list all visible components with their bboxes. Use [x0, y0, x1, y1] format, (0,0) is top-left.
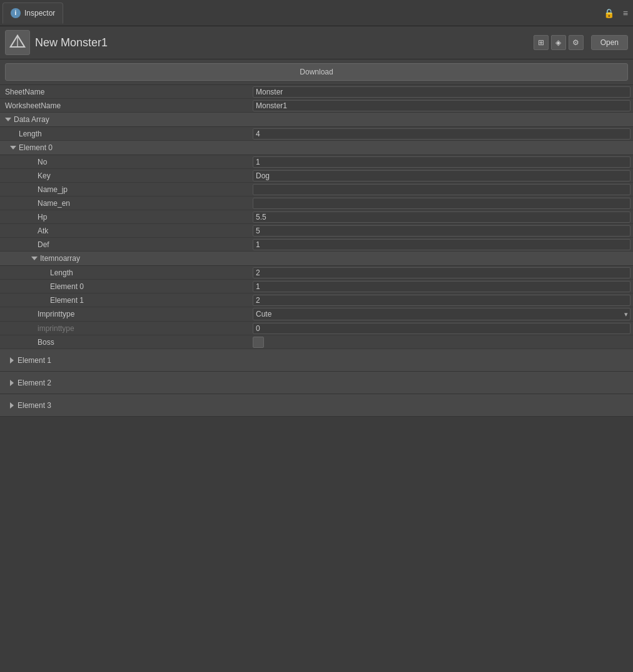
open-button[interactable]: Open: [591, 35, 628, 50]
data-array-triangle: [5, 118, 11, 121]
header-area: New Monster1 ⊞ ◈ ⚙ Open: [0, 26, 633, 59]
length-input[interactable]: [253, 128, 630, 140]
length-row: Length: [0, 127, 633, 141]
itemnoarray-header[interactable]: Itemnoarray: [0, 252, 633, 266]
element-1-section[interactable]: Element 1: [0, 349, 633, 372]
menu-icon[interactable]: ≡: [620, 7, 630, 19]
info-icon: i: [11, 8, 21, 18]
atk-value: [250, 225, 633, 237]
boss-value: [250, 336, 633, 349]
download-section: Download: [0, 59, 633, 85]
key-value: [250, 170, 633, 182]
sheet-name-input[interactable]: [253, 86, 630, 98]
hp-row: Hp: [0, 210, 633, 224]
name-en-value: [250, 197, 633, 210]
hp-label: Hp: [0, 211, 250, 223]
name-jp-row: Name_jp: [0, 183, 633, 196]
def-value: [250, 238, 633, 251]
name-jp-label: Name_jp: [0, 184, 250, 195]
name-en-label: Name_en: [0, 198, 250, 209]
itemno-elem1-label: Element 1: [0, 295, 250, 306]
select-icon[interactable]: ◈: [551, 35, 566, 50]
element-2-triangle: [10, 380, 14, 386]
imprinttype-value: Cute Cool Smart: [250, 307, 633, 321]
no-value: [250, 156, 633, 168]
prefab-icon[interactable]: ⊞: [534, 35, 549, 50]
itemno-elem1-value: [250, 294, 633, 307]
imprinttype-row: Imprinttype Cute Cool Smart: [0, 307, 633, 322]
element-2-label: Element 2: [18, 379, 51, 387]
element-1-label: Element 1: [18, 356, 51, 365]
atk-row: Atk: [0, 224, 633, 238]
length-value: [250, 128, 633, 140]
itemno-elem0-value: [250, 280, 633, 293]
name-jp-value: [250, 183, 633, 196]
itemno-length-row: Length: [0, 266, 633, 280]
main-content: Download SheetName WorksheetName Data Ar…: [0, 59, 633, 417]
element-2-section[interactable]: Element 2: [0, 372, 633, 394]
def-row: Def: [0, 238, 633, 252]
element-1-triangle: [10, 357, 14, 364]
worksheet-name-row: WorksheetName: [0, 99, 633, 113]
no-row: No: [0, 155, 633, 169]
data-array-label: Data Array: [14, 115, 49, 124]
tab-bar-right: 🔒 ≡: [601, 7, 630, 19]
hp-input[interactable]: [253, 211, 630, 223]
asset-icon: [5, 30, 30, 55]
def-label: Def: [0, 239, 250, 250]
imprinttype-select[interactable]: Cute Cool Smart: [253, 308, 630, 320]
itemno-elem1-row: Element 1: [0, 293, 633, 307]
boss-checkbox[interactable]: [253, 337, 264, 348]
itemno-elem0-input[interactable]: [253, 281, 630, 292]
sheet-name-value: [250, 86, 633, 98]
itemnoarray-triangle: [31, 257, 38, 260]
key-label: Key: [0, 170, 250, 181]
element-0-triangle: [10, 146, 16, 150]
download-button[interactable]: Download: [5, 63, 628, 81]
element-0-header[interactable]: Element 0: [0, 141, 633, 155]
imprinttype-lower-label: imprinttype: [0, 323, 250, 334]
key-input[interactable]: [253, 170, 630, 181]
imprinttype-label: Imprinttype: [0, 308, 250, 320]
fields-section: SheetName WorksheetName Data Array Lengt…: [0, 85, 633, 417]
key-row: Key: [0, 169, 633, 183]
itemno-elem1-input[interactable]: [253, 295, 630, 306]
def-input[interactable]: [253, 239, 630, 250]
itemno-length-label: Length: [0, 267, 250, 278]
sheet-name-row: SheetName: [0, 85, 633, 99]
worksheet-name-input[interactable]: [253, 100, 630, 111]
name-jp-input[interactable]: [253, 184, 630, 195]
tab-title: Inspector: [24, 9, 55, 18]
atk-label: Atk: [0, 225, 250, 237]
itemno-length-input[interactable]: [253, 267, 630, 278]
itemnoarray-label: Itemnoarray: [40, 254, 80, 263]
imprinttype-lower-input[interactable]: [253, 323, 630, 334]
element-3-triangle: [10, 402, 14, 409]
name-en-row: Name_en: [0, 196, 633, 210]
imprinttype-select-wrapper: Cute Cool Smart: [253, 308, 630, 320]
hp-value: [250, 211, 633, 223]
name-en-input[interactable]: [253, 198, 630, 209]
inspector-tab[interactable]: i Inspector: [3, 3, 63, 24]
no-input[interactable]: [253, 156, 630, 168]
imprinttype-lower-value: [250, 322, 633, 335]
element-0-section: Element 0 No Key Name_jp: [0, 141, 633, 349]
lock-icon[interactable]: 🔒: [601, 7, 617, 19]
boss-row: Boss: [0, 335, 633, 349]
settings-icon[interactable]: ⚙: [569, 35, 584, 50]
element-3-label: Element 3: [18, 401, 51, 410]
worksheet-name-value: [250, 99, 633, 112]
itemno-length-value: [250, 267, 633, 279]
worksheet-name-label: WorksheetName: [0, 100, 250, 111]
tab-bar: i Inspector 🔒 ≡: [0, 0, 633, 26]
element-0-label: Element 0: [19, 143, 53, 152]
element-3-section[interactable]: Element 3: [0, 394, 633, 417]
data-array-header[interactable]: Data Array: [0, 113, 633, 127]
imprinttype-lower-row: imprinttype: [0, 322, 633, 335]
length-label: Length: [0, 128, 250, 140]
asset-name: New Monster1: [35, 36, 529, 49]
unity-logo-svg: [9, 34, 26, 51]
no-label: No: [0, 156, 250, 168]
atk-input[interactable]: [253, 225, 630, 237]
header-icons: ⊞ ◈ ⚙: [534, 35, 584, 50]
